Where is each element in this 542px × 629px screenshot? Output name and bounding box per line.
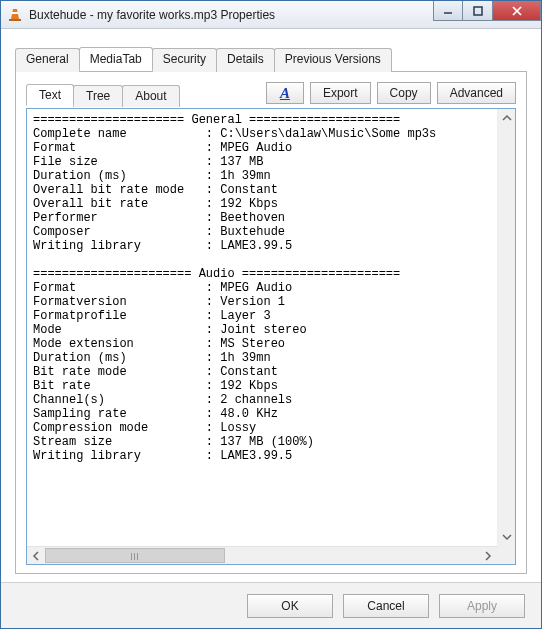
- advanced-button[interactable]: Advanced: [437, 82, 516, 104]
- svg-rect-2: [9, 19, 21, 21]
- toolbar: A Export Copy Advanced: [266, 82, 516, 106]
- tab-details[interactable]: Details: [216, 48, 275, 72]
- subtab-about[interactable]: About: [122, 85, 179, 107]
- scroll-corner: [497, 546, 515, 564]
- media-info-content: ===================== General ==========…: [27, 109, 515, 546]
- scroll-left-icon[interactable]: [27, 547, 45, 564]
- svg-rect-1: [12, 12, 18, 14]
- dialog-footer: OK Cancel Apply: [1, 582, 541, 628]
- cancel-button[interactable]: Cancel: [343, 594, 429, 618]
- tab-security[interactable]: Security: [152, 48, 217, 72]
- horizontal-scrollbar[interactable]: |||: [27, 546, 497, 564]
- subtab-text[interactable]: Text: [26, 84, 74, 106]
- minimize-button[interactable]: [433, 1, 463, 21]
- window-title: Buxtehude - my favorite works.mp3 Proper…: [29, 8, 275, 22]
- tab-general[interactable]: General: [15, 48, 80, 72]
- svg-rect-4: [474, 7, 482, 15]
- vlc-icon: [7, 7, 23, 23]
- scroll-right-icon[interactable]: [479, 547, 497, 564]
- h-track[interactable]: |||: [45, 547, 479, 564]
- font-button[interactable]: A: [266, 82, 304, 104]
- properties-window: Buxtehude - my favorite works.mp3 Proper…: [0, 0, 542, 629]
- scroll-down-icon[interactable]: [498, 528, 515, 546]
- window-buttons: [433, 1, 541, 21]
- apply-button[interactable]: Apply: [439, 594, 525, 618]
- scroll-up-icon[interactable]: [498, 109, 515, 127]
- client-area: General MediaTab Security Details Previo…: [1, 29, 541, 582]
- close-button[interactable]: [493, 1, 541, 21]
- ok-button[interactable]: OK: [247, 594, 333, 618]
- sub-toolbar-row: Text Tree About A Export Copy Advanced: [26, 82, 516, 106]
- sub-tabstrip: Text Tree About: [26, 84, 179, 106]
- h-thumb[interactable]: |||: [45, 548, 225, 563]
- mediatab-panel: Text Tree About A Export Copy Advanced =…: [15, 71, 527, 574]
- copy-button[interactable]: Copy: [377, 82, 431, 104]
- titlebar: Buxtehude - my favorite works.mp3 Proper…: [1, 1, 541, 29]
- font-icon: A: [280, 85, 290, 102]
- maximize-button[interactable]: [463, 1, 493, 21]
- subtab-tree[interactable]: Tree: [73, 85, 123, 107]
- media-info-textbox[interactable]: ===================== General ==========…: [26, 108, 516, 565]
- tab-mediatab[interactable]: MediaTab: [79, 47, 153, 71]
- main-tabstrip: General MediaTab Security Details Previo…: [15, 47, 527, 71]
- vertical-scrollbar[interactable]: [497, 109, 515, 546]
- tab-previous-versions[interactable]: Previous Versions: [274, 48, 392, 72]
- export-button[interactable]: Export: [310, 82, 371, 104]
